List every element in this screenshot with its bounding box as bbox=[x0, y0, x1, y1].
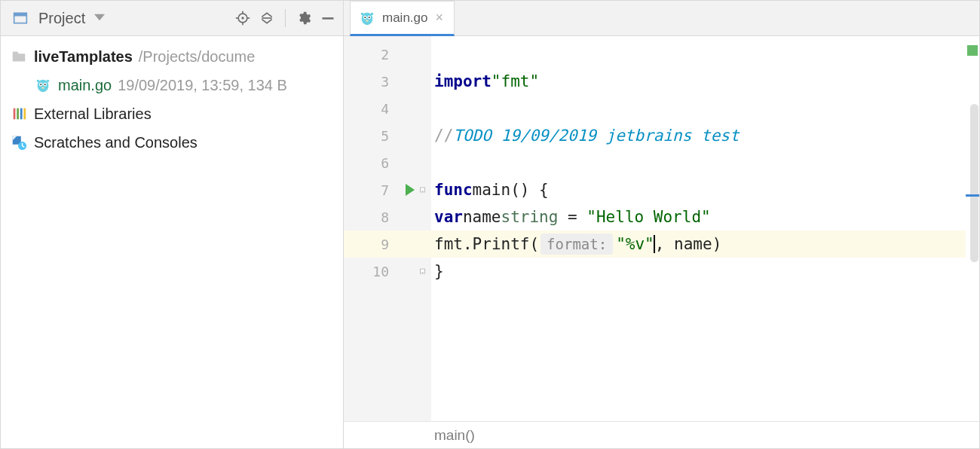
svg-point-13 bbox=[40, 84, 41, 85]
caret-position-marker[interactable] bbox=[966, 194, 979, 197]
inspection-ok-marker[interactable] bbox=[967, 45, 978, 56]
code-line: } bbox=[431, 258, 966, 285]
svg-point-14 bbox=[44, 84, 46, 85]
code-line: var name string = "Hello World" bbox=[431, 203, 966, 231]
svg-rect-1 bbox=[14, 13, 27, 16]
svg-point-30 bbox=[366, 20, 369, 21]
svg-point-15 bbox=[41, 87, 44, 89]
svg-point-16 bbox=[37, 80, 40, 83]
line-number-gutter[interactable]: 2 3 4 5 6 7 8 9 10 bbox=[344, 36, 398, 421]
editor-tab-bar: main.go × bbox=[344, 1, 979, 36]
project-root-path: /Projects/docume bbox=[139, 42, 256, 71]
project-panel: Project liveTamp bbox=[1, 1, 344, 448]
code-line-active: fmt.Printf(format: "%v", name) bbox=[431, 231, 966, 258]
scratches-icon bbox=[10, 133, 28, 151]
project-toolbar: Project bbox=[1, 1, 343, 36]
project-dropdown-icon[interactable] bbox=[94, 12, 105, 25]
line-number: 5 bbox=[344, 122, 398, 149]
line-number: 4 bbox=[344, 95, 398, 122]
svg-rect-18 bbox=[14, 108, 16, 120]
locate-icon[interactable] bbox=[232, 8, 253, 29]
gopher-icon bbox=[358, 9, 376, 27]
project-tree[interactable]: liveTamplates /Projects/docume main.go 1… bbox=[1, 36, 343, 157]
line-number: 3 bbox=[344, 68, 398, 95]
close-tab-icon[interactable]: × bbox=[433, 10, 445, 26]
svg-point-29 bbox=[369, 17, 370, 18]
scratches-label: Scratches and Consoles bbox=[34, 128, 198, 157]
code-area[interactable]: import "fmt" //TODO 19/09/2019 jetbrains… bbox=[431, 36, 966, 421]
line-number: 10 bbox=[344, 258, 398, 285]
svg-rect-19 bbox=[17, 108, 19, 120]
svg-rect-9 bbox=[323, 17, 334, 20]
line-number: 9 bbox=[344, 231, 398, 258]
editor-panel: main.go × 2 3 4 5 6 7 8 9 10 bbox=[344, 1, 979, 448]
error-stripe[interactable] bbox=[966, 36, 979, 421]
code-line bbox=[431, 41, 966, 68]
toolbar-separator bbox=[285, 9, 286, 27]
file-row-main-go[interactable]: main.go 19/09/2019, 13:59, 134 B bbox=[1, 71, 343, 99]
vertical-scrollbar[interactable] bbox=[970, 104, 978, 262]
svg-point-32 bbox=[371, 12, 374, 15]
svg-rect-20 bbox=[20, 108, 23, 120]
gutter: 2 3 4 5 6 7 8 9 10 bbox=[344, 36, 431, 421]
settings-gear-icon[interactable] bbox=[293, 8, 314, 29]
line-number: 7 bbox=[344, 176, 398, 203]
code-line: //TODO 19/09/2019 jetbrains test bbox=[431, 122, 966, 149]
file-meta: 19/09/2019, 13:59, 134 B bbox=[118, 71, 287, 99]
line-number: 8 bbox=[344, 203, 398, 231]
code-line: func main() { bbox=[431, 176, 966, 203]
fold-toggle-icon[interactable]: - bbox=[420, 269, 425, 274]
svg-point-31 bbox=[361, 12, 364, 15]
run-gutter[interactable] bbox=[398, 36, 422, 421]
fold-toggle-icon[interactable]: - bbox=[420, 188, 425, 193]
run-main-gutter-icon[interactable] bbox=[398, 176, 422, 203]
project-root-row[interactable]: liveTamplates /Projects/docume bbox=[1, 42, 343, 71]
svg-rect-21 bbox=[23, 108, 26, 120]
fold-gutter[interactable]: - - bbox=[422, 36, 431, 421]
app-root: Project liveTamp bbox=[0, 0, 980, 449]
project-label[interactable]: Project bbox=[38, 10, 85, 27]
scratches-row[interactable]: Scratches and Consoles bbox=[1, 128, 343, 157]
project-root-name: liveTamplates bbox=[34, 42, 133, 71]
breadcrumb-item[interactable]: main() bbox=[434, 427, 475, 444]
tab-label: main.go bbox=[382, 11, 427, 26]
project-tool-window-icon[interactable] bbox=[10, 8, 31, 29]
line-number: 2 bbox=[344, 41, 398, 68]
code-line bbox=[431, 149, 966, 176]
tab-main-go[interactable]: main.go × bbox=[350, 1, 455, 36]
parameter-hint: format: bbox=[541, 234, 613, 255]
editor-body: 2 3 4 5 6 7 8 9 10 bbox=[344, 36, 979, 421]
breadcrumb-bar[interactable]: main() bbox=[344, 421, 979, 448]
file-name: main.go bbox=[58, 71, 112, 99]
collapse-all-icon[interactable] bbox=[256, 8, 277, 29]
libraries-icon bbox=[10, 105, 28, 123]
svg-point-3 bbox=[241, 17, 243, 19]
svg-point-17 bbox=[47, 80, 50, 83]
external-libraries-row[interactable]: External Libraries bbox=[1, 99, 343, 128]
gopher-icon bbox=[34, 76, 52, 94]
external-libraries-label: External Libraries bbox=[34, 99, 152, 128]
svg-point-28 bbox=[364, 17, 366, 18]
folder-icon bbox=[10, 47, 28, 66]
line-number: 6 bbox=[344, 149, 398, 176]
code-line bbox=[431, 95, 966, 122]
hide-panel-icon[interactable] bbox=[317, 8, 338, 29]
code-line: import "fmt" bbox=[431, 68, 966, 95]
